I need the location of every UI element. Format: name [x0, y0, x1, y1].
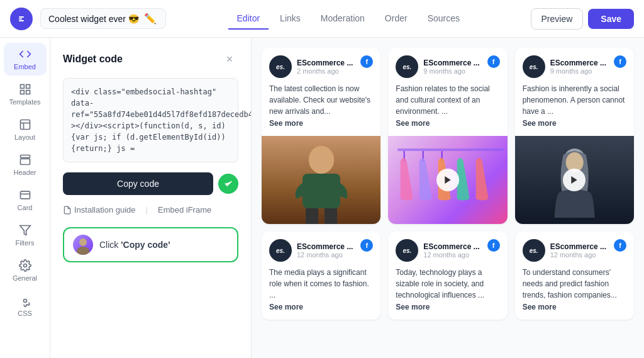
- sidebar-item-header[interactable]: Header: [4, 148, 47, 181]
- card-1-image: [262, 136, 380, 224]
- card-5-text: Today, technology plays a sizable role i…: [396, 267, 499, 301]
- sidebar-item-general[interactable]: General: [4, 254, 47, 287]
- tab-sources[interactable]: Sources: [419, 8, 469, 30]
- card-2-avatar: es.: [396, 55, 418, 78]
- sidebar-item-card[interactable]: Card: [4, 184, 47, 216]
- code-content: <div class="embedsocial-hashtag" data-re…: [71, 87, 252, 153]
- card-3-top: es. EScommerce ... 9 months ago f Fashio…: [515, 48, 634, 136]
- svg-rect-7: [20, 155, 30, 158]
- card-3-header: es. EScommerce ... 9 months ago f: [523, 55, 626, 78]
- svg-rect-0: [20, 85, 24, 89]
- sidebar-label-css: CSS: [18, 310, 32, 317]
- tab-editor[interactable]: Editor: [228, 8, 269, 30]
- toggle-circle[interactable]: [218, 174, 238, 194]
- card-6-username: EScommerce ...: [550, 242, 606, 251]
- tab-links[interactable]: Links: [271, 8, 309, 30]
- card-6-header: es. EScommerce ... 12 months ago f: [523, 239, 626, 262]
- card-4: es. EScommerce ... 12 months ago f The m…: [262, 232, 380, 320]
- svg-rect-9: [20, 191, 30, 199]
- embed-iframe-link[interactable]: Embed iFrame: [158, 205, 211, 215]
- svg-rect-21: [397, 148, 504, 151]
- card-1-user: es. EScommerce ... 2 months ago: [269, 55, 353, 78]
- card-2: es. EScommerce ... 9 months ago f Fashio…: [388, 48, 507, 224]
- card-4-header: es. EScommerce ... 12 months ago f: [269, 239, 373, 262]
- card-2-header: es. EScommerce ... 9 months ago f: [396, 55, 499, 78]
- card-1-time: 2 months ago: [297, 67, 353, 75]
- card-2-image: [388, 136, 507, 224]
- sidebar-label-layout: Layout: [14, 133, 35, 141]
- card-1-user-info: EScommerce ... 2 months ago: [297, 59, 353, 75]
- card-3-see-more[interactable]: See more: [523, 119, 557, 128]
- card-2-text: Fashion relates to the social and cultur…: [396, 83, 499, 117]
- save-button[interactable]: Save: [588, 9, 634, 29]
- card-2-user: es. EScommerce ... 9 months ago: [396, 55, 479, 78]
- sidebar-label-card: Card: [18, 204, 33, 211]
- card-3-username: EScommerce ...: [550, 59, 606, 67]
- logo-button[interactable]: [10, 8, 33, 30]
- card-1-text: The latest collection is now available. …: [269, 83, 373, 117]
- sidebar-item-embed[interactable]: Embed: [4, 43, 47, 76]
- sidebar-label-embed: Embed: [14, 63, 36, 70]
- card-4-see-more[interactable]: See more: [269, 303, 303, 311]
- card-6-avatar: es.: [523, 239, 545, 262]
- main-area: Embed Templates Layout Header Card: [0, 38, 644, 358]
- preview-button[interactable]: Preview: [531, 8, 584, 30]
- widget-title: Coolest widget ever 😎: [48, 14, 139, 24]
- card-3: es. EScommerce ... 9 months ago f Fashio…: [515, 48, 634, 224]
- card-1-username: EScommerce ...: [297, 59, 353, 67]
- top-navigation: Coolest widget ever 😎 ✏️ Editor Links Mo…: [0, 0, 644, 38]
- tab-order[interactable]: Order: [376, 8, 416, 30]
- card-6-time: 12 months ago: [550, 251, 606, 259]
- svg-rect-20: [325, 208, 337, 224]
- guide-row: Installation guide | Embed iFrame: [63, 205, 238, 215]
- sidebar: Embed Templates Layout Header Card: [0, 38, 50, 358]
- cards-grid: es. EScommerce ... 2 months ago f The la…: [262, 48, 634, 320]
- card-2-see-more[interactable]: See more: [396, 119, 430, 128]
- card-6-top: es. EScommerce ... 12 months ago f To un…: [515, 232, 634, 320]
- svg-point-13: [23, 299, 26, 303]
- hint-highlight: 'Copy code': [121, 240, 170, 250]
- card-5-see-more[interactable]: See more: [396, 303, 430, 311]
- card-4-user: es. EScommerce ... 12 months ago: [269, 239, 353, 262]
- card-2-top: es. EScommerce ... 9 months ago f Fashio…: [388, 48, 507, 136]
- hint-avatar: [73, 235, 93, 255]
- card-2-username: EScommerce ...: [423, 59, 479, 67]
- panel-title: Widget code: [63, 53, 123, 65]
- close-button[interactable]: ×: [221, 50, 238, 68]
- svg-marker-25: [445, 176, 450, 184]
- card-6-see-more[interactable]: See more: [523, 303, 557, 311]
- panel-header: Widget code ×: [63, 50, 238, 68]
- card-1-top: es. EScommerce ... 2 months ago f The la…: [262, 48, 380, 136]
- edit-icon: ✏️: [144, 13, 157, 25]
- card-6-user-info: EScommerce ... 12 months ago: [550, 242, 606, 259]
- card-1-avatar: es.: [269, 55, 292, 78]
- card-5-top: es. EScommerce ... 12 months ago f Today…: [388, 232, 507, 320]
- card-2-play-button[interactable]: [436, 169, 459, 191]
- sidebar-item-css[interactable]: CSS: [4, 289, 47, 322]
- tab-moderation[interactable]: Moderation: [312, 8, 374, 30]
- copy-code-button[interactable]: Copy code: [63, 172, 213, 195]
- svg-rect-3: [20, 91, 24, 94]
- card-5-avatar: es.: [396, 239, 418, 262]
- svg-marker-11: [19, 226, 30, 235]
- svg-point-15: [77, 247, 89, 255]
- card-5-user: es. EScommerce ... 12 months ago: [396, 239, 479, 262]
- sidebar-item-templates[interactable]: Templates: [4, 78, 47, 111]
- svg-marker-28: [572, 176, 577, 184]
- embed-iframe-label: Embed iFrame: [158, 205, 211, 215]
- sidebar-item-filters[interactable]: Filters: [4, 219, 47, 252]
- card-5-fb-icon: f: [487, 239, 500, 252]
- card-4-user-info: EScommerce ... 12 months ago: [297, 242, 353, 259]
- card-1: es. EScommerce ... 2 months ago f The la…: [262, 48, 380, 224]
- card-3-user: es. EScommerce ... 9 months ago: [523, 55, 606, 78]
- sidebar-label-general: General: [13, 274, 37, 282]
- preview-area: es. EScommerce ... 2 months ago f The la…: [252, 38, 644, 358]
- card-1-see-more[interactable]: See more: [269, 119, 303, 128]
- widget-title-area[interactable]: Coolest widget ever 😎 ✏️: [40, 8, 166, 29]
- installation-guide-label: Installation guide: [74, 205, 136, 215]
- svg-rect-1: [26, 85, 30, 89]
- card-5-time: 12 months ago: [423, 251, 479, 259]
- card-2-time: 9 months ago: [423, 67, 479, 75]
- sidebar-item-layout[interactable]: Layout: [4, 113, 47, 146]
- installation-guide-link[interactable]: Installation guide: [63, 205, 136, 215]
